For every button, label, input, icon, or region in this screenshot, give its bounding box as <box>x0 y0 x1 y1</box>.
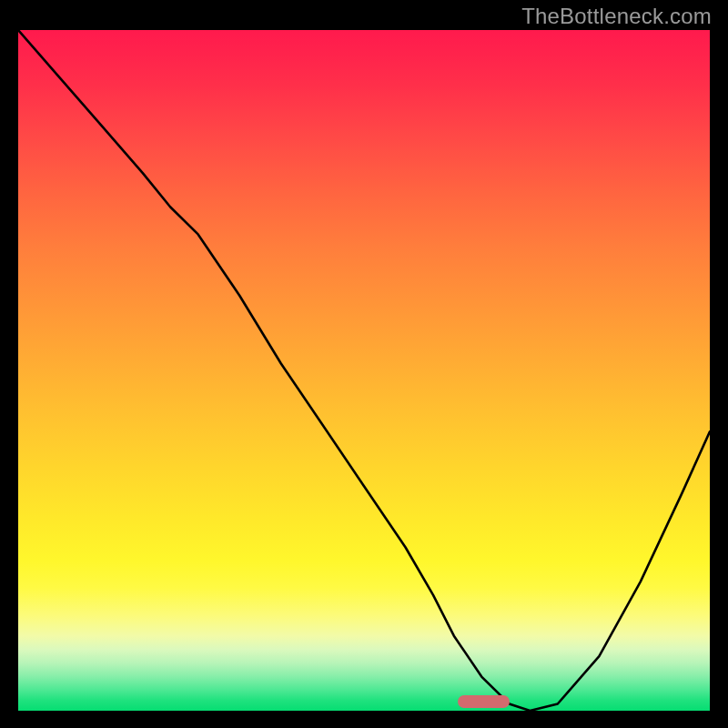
optimal-range-marker <box>458 695 510 708</box>
plot-area <box>18 30 710 711</box>
watermark-text: TheBottleneck.com <box>521 4 712 29</box>
chart-frame: TheBottleneck.com <box>0 0 728 728</box>
bottleneck-curve <box>18 30 710 711</box>
